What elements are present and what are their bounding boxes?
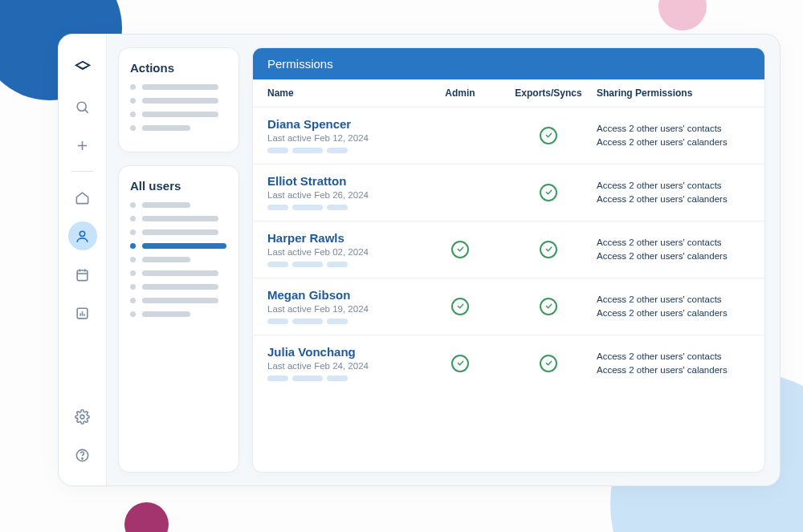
sharing-line: Access 2 other users' contacts [597, 350, 750, 363]
user-filter-item[interactable] [130, 298, 227, 303]
col-admin: Admin [420, 87, 500, 99]
nav-rail [59, 35, 107, 485]
user-filter-item[interactable] [130, 202, 227, 208]
table-row[interactable]: Diana SpencerLast active Feb 12, 2024Acc… [253, 108, 764, 164]
user-name: Julia Vonchang [267, 345, 420, 359]
check-icon [540, 127, 557, 144]
sharing-line: Access 2 other users' calanders [597, 307, 750, 320]
svg-point-0 [77, 102, 86, 111]
sharing-line: Access 2 other users' contacts [597, 179, 750, 193]
check-icon [451, 355, 469, 372]
table-row[interactable]: Julia VonchangLast active Feb 24, 2024Ac… [253, 335, 764, 392]
exports-cell[interactable] [500, 127, 597, 144]
user-tags [267, 205, 420, 210]
check-icon [451, 298, 469, 315]
sharing-cell: Access 2 other users' contactsAccess 2 o… [597, 122, 750, 148]
search-icon[interactable] [68, 92, 97, 121]
sharing-line: Access 2 other users' calanders [597, 136, 750, 149]
check-icon [540, 355, 557, 372]
decoration-circle [658, 0, 707, 30]
user-last-active: Last active Feb 26, 2024 [267, 190, 420, 200]
actions-card: Actions [118, 47, 239, 152]
all-users-title: All users [130, 179, 227, 193]
all-users-card: All users [118, 165, 239, 473]
admin-cell[interactable] [420, 355, 500, 372]
admin-cell[interactable] [420, 241, 500, 258]
sharing-line: Access 2 other users' contacts [597, 236, 750, 250]
check-icon [540, 298, 557, 315]
exports-cell[interactable] [500, 355, 597, 372]
user-cell: Elliot StrattonLast active Feb 26, 2024 [267, 174, 420, 210]
users-icon[interactable] [68, 221, 97, 250]
action-item[interactable] [130, 84, 227, 90]
user-tags [267, 319, 420, 324]
user-name: Megan Gibson [267, 288, 420, 302]
check-icon [540, 184, 557, 201]
sharing-line: Access 2 other users' calanders [597, 193, 750, 206]
actions-title: Actions [130, 61, 227, 75]
user-filter-item[interactable] [130, 216, 227, 221]
svg-point-15 [82, 457, 83, 458]
add-icon[interactable] [68, 131, 97, 160]
user-cell: Julia VonchangLast active Feb 24, 2024 [267, 345, 420, 381]
table-row[interactable]: Megan GibsonLast active Feb 19, 2024Acce… [253, 278, 764, 335]
col-name: Name [267, 87, 420, 99]
nav-divider [71, 171, 94, 172]
user-cell: Megan GibsonLast active Feb 19, 2024 [267, 288, 420, 324]
user-filter-item-selected[interactable] [130, 243, 227, 249]
main-area: Permissions Name Admin Exports/Syncs Sha… [247, 35, 780, 485]
exports-cell[interactable] [500, 184, 597, 201]
middle-column: Actions All users [107, 35, 247, 485]
user-filter-item[interactable] [130, 270, 227, 276]
home-icon[interactable] [68, 183, 97, 212]
table-row[interactable]: Harper RawlsLast active Feb 02, 2024Acce… [253, 221, 764, 278]
exports-cell[interactable] [500, 298, 597, 315]
user-tags [267, 376, 420, 381]
user-cell: Diana SpencerLast active Feb 12, 2024 [267, 117, 420, 153]
reports-icon[interactable] [68, 298, 97, 327]
check-icon [451, 241, 469, 258]
col-sharing: Sharing Permissions [597, 87, 750, 99]
help-icon[interactable] [68, 441, 97, 469]
calendar-icon[interactable] [68, 260, 97, 289]
user-filter-item[interactable] [130, 229, 227, 235]
decoration-circle [124, 502, 169, 532]
sharing-line: Access 2 other users' contacts [597, 293, 750, 307]
table-body: Diana SpencerLast active Feb 12, 2024Acc… [253, 108, 764, 472]
app-window: Actions All users Permissions Name Admin [58, 34, 781, 486]
action-item[interactable] [130, 112, 227, 117]
sharing-line: Access 2 other users' calanders [597, 250, 750, 263]
user-filter-item[interactable] [130, 257, 227, 262]
table-row[interactable]: Elliot StrattonLast active Feb 26, 2024A… [253, 164, 764, 221]
user-tags [267, 148, 420, 153]
user-last-active: Last active Feb 02, 2024 [267, 247, 420, 257]
table-header: Name Admin Exports/Syncs Sharing Permiss… [253, 79, 764, 108]
action-item[interactable] [130, 98, 227, 104]
exports-cell[interactable] [500, 241, 597, 258]
user-last-active: Last active Feb 12, 2024 [267, 133, 420, 143]
sharing-cell: Access 2 other users' contactsAccess 2 o… [597, 350, 750, 376]
sharing-line: Access 2 other users' calanders [597, 363, 750, 377]
user-last-active: Last active Feb 19, 2024 [267, 304, 420, 314]
user-filter-item[interactable] [130, 311, 227, 317]
user-name: Harper Rawls [267, 231, 420, 245]
logo-icon[interactable] [68, 54, 97, 83]
user-filter-item[interactable] [130, 284, 227, 290]
svg-point-13 [80, 415, 84, 419]
user-last-active: Last active Feb 24, 2024 [267, 361, 420, 371]
settings-icon[interactable] [68, 402, 97, 431]
permissions-panel: Permissions Name Admin Exports/Syncs Sha… [252, 47, 765, 473]
admin-cell[interactable] [420, 298, 500, 315]
check-icon [540, 241, 557, 258]
svg-point-4 [79, 231, 84, 236]
sharing-cell: Access 2 other users' contactsAccess 2 o… [597, 179, 750, 205]
user-tags [267, 262, 420, 267]
svg-line-1 [85, 109, 88, 112]
action-item[interactable] [130, 125, 227, 131]
col-exports: Exports/Syncs [500, 87, 597, 99]
sharing-cell: Access 2 other users' contactsAccess 2 o… [597, 293, 750, 319]
user-name: Diana Spencer [267, 117, 420, 131]
svg-rect-5 [77, 270, 88, 280]
panel-title: Permissions [253, 48, 764, 79]
sharing-cell: Access 2 other users' contactsAccess 2 o… [597, 236, 750, 262]
